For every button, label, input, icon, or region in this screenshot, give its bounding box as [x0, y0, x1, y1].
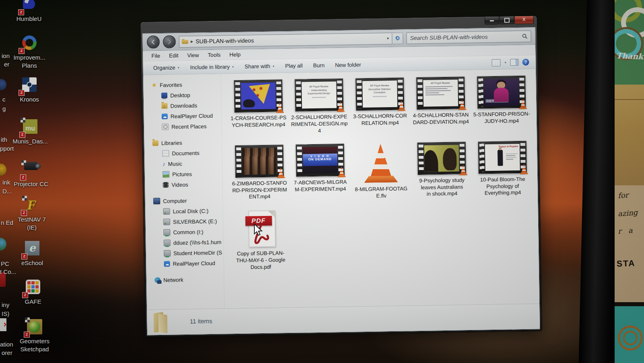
refresh-button[interactable] — [392, 32, 403, 44]
desktop-icon-kronos[interactable]: Z Kronos — [7, 77, 52, 104]
desktop-icon-munis[interactable]: muZ Munis_Das... — [8, 118, 52, 145]
checker-badge-icon — [25, 317, 30, 322]
sidebar-section-libraries[interactable]: Libraries — [144, 137, 221, 149]
desktop-icon-geometers-sketchpad[interactable]: Z GeometersSketchpad — [12, 318, 57, 354]
sidebar-item-music[interactable]: ♪ Music — [144, 158, 222, 170]
sidebar-item-silverback-e[interactable]: SILVERBACK (E:) — [146, 216, 223, 228]
checker-badge-icon — [21, 118, 25, 122]
sidebar-item-common-i[interactable]: Common (I:) — [146, 226, 223, 238]
sidebar-item-student-homedir[interactable]: Student HomeDir (S — [146, 247, 223, 259]
preview-pane-button[interactable] — [510, 59, 518, 66]
sidebar-item-downloads[interactable]: Downloads — [144, 100, 221, 112]
burn-button[interactable]: Burn — [308, 62, 330, 68]
testnav-icon: FZ — [23, 197, 41, 214]
search-placeholder: Search SUB-PLAN-with-videos — [410, 33, 522, 41]
humbleu-icon: Z — [20, 0, 38, 14]
sidebar-item-documents[interactable]: Documents — [144, 147, 222, 159]
sidebar-item-videos[interactable]: Videos — [145, 179, 222, 191]
file-name: 10-Paul Bloom-The Psychology of Everythi… — [479, 176, 527, 197]
edge-label-fragment: pport — [0, 145, 14, 152]
file-item[interactable]: PDF Copy of SUB-PLAN-THU-MAY-6 - Google … — [229, 210, 291, 271]
menu-help[interactable]: Help — [225, 52, 245, 58]
libraries-icon — [153, 140, 159, 146]
sidebar-section-network[interactable]: Network — [147, 274, 224, 286]
chevron-down-icon: ▼ — [272, 65, 275, 67]
chevron-down-icon[interactable]: ▼ — [504, 61, 507, 64]
maximize-button[interactable] — [500, 16, 514, 25]
desktop-icon-improvement-plans[interactable]: Z Improvem...Plans — [7, 35, 52, 70]
desktop-icon-gafe[interactable]: Z GAFE — [11, 279, 55, 306]
computer-icon — [153, 198, 160, 204]
slide-title: Topics in Psycho — [485, 144, 519, 148]
sidebar-section-computer[interactable]: Computer — [145, 195, 223, 207]
address-dropdown-icon[interactable]: ▼ — [386, 37, 390, 40]
wall-shelf — [615, 85, 644, 185]
file-name: 5-STANFORD-PRISON-JUDY-HO.mp4 — [473, 111, 530, 125]
edge-label-fragment: ation — [0, 341, 13, 348]
file-item[interactable]: 9-Psychology study leaves Australians in… — [411, 142, 473, 199]
menu-file[interactable]: File — [147, 53, 165, 59]
file-item[interactable]: AP Psych Review Understanding Experiment… — [288, 79, 350, 135]
video-thumbnail: Judy Ho Ph.D — [484, 79, 519, 106]
menu-edit[interactable]: Edit — [165, 52, 183, 59]
video-thumbnail — [241, 83, 276, 110]
minimize-button[interactable] — [485, 17, 499, 25]
close-button[interactable]: X — [514, 16, 534, 24]
sidebar-item-local-disk-c[interactable]: Local Disk (C:) — [145, 205, 223, 217]
file-item[interactable]: Topics in Psycho 10-Paul Bloom-The Psych… — [472, 141, 533, 198]
checker-badge-icon — [22, 196, 27, 201]
video-thumbnail: AP Psych Review Descriptive Statistics C… — [362, 81, 397, 108]
forward-arrow-icon — [167, 39, 172, 44]
include-in-library-button[interactable]: Include in library▼ — [185, 64, 239, 71]
vlc-cone-icon — [458, 100, 466, 110]
sidebar-section-favorites[interactable]: ★ Favorites — [143, 79, 221, 91]
sidebar-item-pictures[interactable]: Pictures — [145, 168, 222, 180]
menu-view[interactable]: View — [183, 52, 203, 58]
breadcrumb-path[interactable]: SUB-PLAN-with-videos — [196, 35, 384, 44]
sidebar-item-realplayer-cloud-2[interactable]: ☁ RealPlayer Cloud — [146, 258, 223, 270]
desktop-icon-eschool[interactable]: eZ eSchool — [10, 240, 54, 267]
new-folder-button[interactable]: New folder — [330, 62, 366, 68]
play-all-button[interactable]: Play all — [280, 62, 308, 69]
file-item[interactable]: 6-ZIMBARDO-STANFORD-PRISON-EXPERIMENT.mp… — [229, 145, 290, 202]
file-item[interactable]: 1-CRASH-COURSE-PSYCH-RESEARCH.mp4 — [227, 79, 289, 136]
cutoff-explorer-icon[interactable]: › — [0, 318, 6, 331]
help-button[interactable]: ? — [522, 59, 529, 66]
desktop-icon-projector-cc[interactable]: Z Projector CC — [9, 158, 53, 188]
organize-button[interactable]: Organize▼ — [148, 64, 185, 71]
forward-button[interactable] — [163, 35, 175, 48]
filmstrip-thumbnail — [235, 145, 283, 178]
file-item[interactable]: AP Psych Review 4-SCHALLHORN-STANDARD-DE… — [410, 77, 471, 133]
filmstrip-thumbnail: Judy Ho Ph.D — [477, 76, 526, 109]
sidebar-item-desktop[interactable]: Desktop — [144, 89, 221, 101]
sidebar-item-recent-places[interactable]: Recent Places — [144, 121, 221, 133]
share-with-button[interactable]: Share with▼ — [239, 63, 280, 70]
mouse-cursor — [254, 224, 264, 236]
folder-icon — [182, 39, 188, 44]
sidebar-item-dduez[interactable]: dduez (\\hs-fs1.hum — [146, 237, 223, 249]
filmstrip-thumbnail: AP Psych Review Descriptive Statistics C… — [355, 78, 404, 111]
desktop-icon-testnav[interactable]: FZ TestNAV 7(IE) — [10, 197, 54, 232]
file-name: 2-SCHALLHORN-EXPERIMENTAL-DESIGN.mp4 — [291, 114, 348, 135]
hard-disk-icon — [163, 208, 170, 215]
video-thumbnail — [424, 145, 459, 172]
change-view-button[interactable] — [492, 59, 501, 66]
file-item[interactable]: 8-MILGRAM-FOOTAGE.flv — [350, 143, 412, 200]
address-bar[interactable]: ▶ SUB-PLAN-with-videos ▼ — [179, 32, 392, 47]
downloads-icon — [161, 103, 167, 109]
back-button[interactable] — [147, 35, 159, 48]
file-item[interactable]: V I D E OON DEMAND 7-ABCNEWS-MILGRAM-EXP… — [289, 143, 351, 201]
network-drive-icon — [163, 229, 170, 236]
search-box[interactable]: Search SUB-PLAN-with-videos — [406, 30, 531, 44]
sidebar-item-realplayer-cloud[interactable]: ☁ RealPlayer Cloud — [144, 110, 221, 122]
edge-label-fragment: g — [2, 105, 6, 112]
file-item[interactable]: AP Psych Review Descriptive Statistics C… — [349, 77, 411, 134]
edge-label-fragment: ith — [1, 136, 7, 143]
desktop-icon-humbleu[interactable]: Z HumbleU — [7, 0, 51, 23]
breadcrumb-arrow-icon: ▶ — [191, 39, 193, 43]
file-name: 6-ZIMBARDO-STANFORD-PRISON-EXPERIMENT.mp… — [231, 180, 289, 201]
filmstrip-thumbnail: AP Psych Review — [416, 77, 465, 110]
file-item[interactable]: Judy Ho Ph.D 5-STANFORD-PRISON-JUDY-HO.m… — [471, 76, 532, 132]
zenworks-badge-icon: Z — [21, 210, 27, 216]
menu-tools[interactable]: Tools — [203, 52, 225, 58]
